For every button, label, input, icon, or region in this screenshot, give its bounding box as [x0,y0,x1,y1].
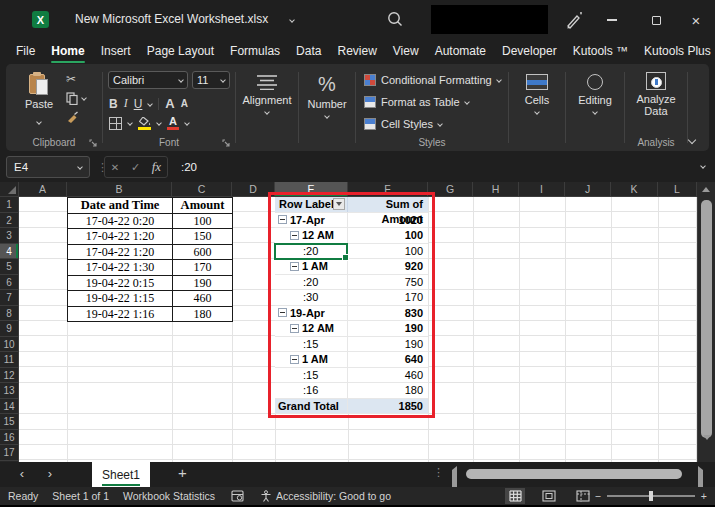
macro-record-icon[interactable] [231,490,244,502]
font-family-select[interactable]: Calibri [108,71,188,89]
row-header-4[interactable]: 4 [0,244,19,260]
decrease-font-button[interactable]: A [181,98,188,109]
row-header-8[interactable]: 8 [0,306,19,322]
zoom-slider[interactable] [607,495,695,497]
col-header-j[interactable]: J [565,182,611,197]
tab-formulas[interactable]: Formulas [222,40,288,64]
close-button[interactable]: × [681,8,711,32]
sheetbar-options-icon[interactable]: ⋮ [433,466,444,479]
borders-dropdown-icon[interactable] [127,120,133,126]
row-header-5[interactable]: 5 [0,259,19,275]
horizontal-scrollbar-thumb[interactable] [466,469,682,479]
row-header-14[interactable]: 14 [0,399,19,415]
row-header-2[interactable]: 2 [0,213,19,229]
prev-sheet-button[interactable]: ‹ [14,466,30,481]
cell-b2[interactable]: 17-04-22 0:20 [68,214,173,230]
normal-view-button[interactable] [505,488,525,504]
fill-dropdown-icon[interactable] [156,120,162,126]
tab-file[interactable]: File [8,40,43,64]
tab-view[interactable]: View [385,40,427,64]
underline-dropdown-icon[interactable] [148,101,154,107]
vertical-scroll-down-button[interactable] [703,440,711,458]
col-header-b[interactable]: B [67,182,172,197]
vertical-scrollbar[interactable] [697,197,715,462]
col-header-l[interactable]: L [658,182,697,197]
borders-button[interactable] [109,117,122,130]
row-header-15[interactable]: 15 [0,414,19,430]
number-label[interactable]: Number [307,98,346,110]
cancel-entry-button[interactable]: ✕ [111,162,119,173]
page-layout-view-button[interactable] [539,488,559,504]
font-color-dropdown-icon[interactable] [184,120,190,126]
insert-function-button[interactable]: fx [152,159,161,175]
collapse-ribbon-icon[interactable] [688,136,696,144]
percent-icon[interactable]: % [318,74,336,94]
tab-data[interactable]: Data [288,40,329,64]
cell-styles-button[interactable]: Cell Styles [364,118,442,130]
cell-b5[interactable]: 17-04-22 1:30 [68,260,173,276]
page-break-preview-button[interactable] [573,488,593,504]
cell-c2[interactable]: 100 [173,214,233,230]
col-header-k[interactable]: K [611,182,658,197]
next-sheet-button[interactable]: › [42,466,58,481]
paste-dropdown-icon[interactable] [36,119,42,125]
clipboard-dialog-launcher[interactable] [89,139,97,147]
cell-c6[interactable]: 190 [173,276,233,292]
vertical-scroll-up-button[interactable] [697,182,715,197]
cell-b8[interactable]: 19-04-22 1:16 [68,307,173,323]
enter-entry-button[interactable]: ✓ [131,161,140,174]
col-header-c[interactable]: C [172,182,232,197]
tab-page-layout[interactable]: Page Layout [139,40,222,64]
tab-insert[interactable]: Insert [93,40,139,64]
select-all-button[interactable] [0,182,19,197]
italic-button[interactable]: I [124,96,128,111]
copy-dropdown-icon[interactable] [81,95,87,101]
data-header-amount[interactable]: Amount [173,198,233,214]
cell-c7[interactable]: 460 [173,291,233,307]
data-header-date[interactable]: Date and Time [68,198,173,214]
row-header-13[interactable]: 13 [0,383,19,399]
minimize-button[interactable] [597,8,627,32]
format-painter-button[interactable] [66,110,86,124]
name-box[interactable]: E4 [6,156,90,178]
zoom-slider-handle[interactable] [649,491,653,501]
ink-pen-icon[interactable] [563,10,585,30]
increase-font-button[interactable]: A [165,96,174,111]
alignment-label[interactable]: Alignment [243,94,292,106]
col-header-i[interactable]: I [519,182,565,197]
cell-c5[interactable]: 170 [173,260,233,276]
tab-kutools[interactable]: Kutools ™ [565,40,636,64]
tab-developer[interactable]: Developer [494,40,565,64]
bold-button[interactable]: B [109,97,118,111]
add-sheet-button[interactable]: + [178,464,187,481]
row-header-3[interactable]: 3 [0,228,19,244]
status-mode[interactable]: Ready [8,490,38,502]
cells-label[interactable]: Cells [525,94,549,106]
row-header-10[interactable]: 10 [0,337,19,353]
cell-b7[interactable]: 19-04-22 1:15 [68,291,173,307]
zoom-out-button[interactable]: − [595,490,601,502]
row-header-7[interactable]: 7 [0,290,19,306]
paste-button[interactable]: Paste [18,72,60,128]
cell-b4[interactable]: 17-04-22 1:20 [68,245,173,261]
font-size-select[interactable]: 11 [192,71,230,89]
hscroll-right-button[interactable] [698,470,703,488]
font-dialog-launcher[interactable] [222,139,230,147]
editing-label[interactable]: Editing [578,94,612,106]
cut-button[interactable]: ✂ [66,72,86,86]
hscroll-left-button[interactable] [452,470,457,488]
accessibility-checker[interactable]: Accessibility: Good to go [260,490,391,502]
workbook-statistics-button[interactable]: Workbook Statistics [123,490,215,502]
underline-button[interactable]: U [134,97,143,111]
search-icon[interactable] [385,10,405,30]
font-color-button[interactable]: A [167,116,179,130]
analyze-data-button[interactable]: AnalyzeData [636,93,675,117]
cell-c8[interactable]: 180 [173,307,233,323]
conditional-formatting-button[interactable]: Conditional Formatting [364,74,501,86]
cell-b3[interactable]: 17-04-22 1:20 [68,229,173,245]
cell-c4[interactable]: 600 [173,245,233,261]
formula-input[interactable]: :20 [174,154,709,180]
tab-kutools-plus[interactable]: Kutools Plus [636,40,715,64]
row-header-6[interactable]: 6 [0,275,19,291]
zoom-in-button[interactable]: + [701,490,707,502]
